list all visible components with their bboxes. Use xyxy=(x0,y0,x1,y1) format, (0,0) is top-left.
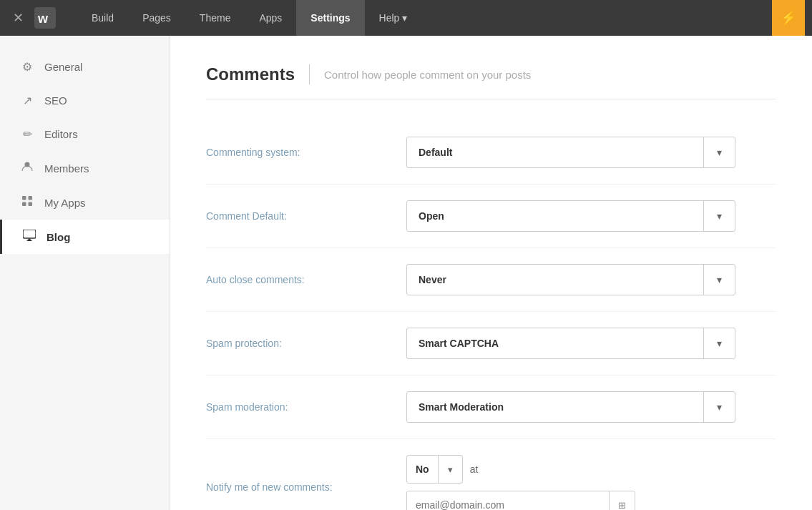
form-row-commenting-system: Commenting system: Default ▾ xyxy=(206,121,776,185)
notify-at-label: at xyxy=(470,464,479,475)
control-autoclose: Never ▾ xyxy=(406,264,776,295)
svg-rect-6 xyxy=(29,202,33,207)
nav-apps[interactable]: Apps xyxy=(245,0,296,36)
control-commenting-system: Default ▾ xyxy=(406,137,776,168)
dropdown-value-spam-moderation: Smart Moderation xyxy=(407,401,703,413)
seo-icon: ↗ xyxy=(20,94,34,107)
control-spam-protection: Smart CAPTCHA ▾ xyxy=(406,328,776,359)
page-header: Comments Control how people comment on y… xyxy=(206,64,776,99)
sidebar-item-editors[interactable]: ✏ Editors xyxy=(0,117,170,151)
chevron-down-icon-2: ▾ xyxy=(703,200,735,232)
sidebar-label-seo: SEO xyxy=(44,94,67,107)
nav-settings[interactable]: Settings xyxy=(296,0,364,36)
gear-icon: ⚙ xyxy=(20,60,34,74)
chevron-down-icon-6: ▾ xyxy=(438,455,462,484)
svg-rect-5 xyxy=(22,202,26,207)
logo: w xyxy=(34,7,56,29)
page-subtitle: Control how people comment on your posts xyxy=(324,69,531,81)
chevron-down-icon-3: ▾ xyxy=(703,264,735,295)
svg-text:w: w xyxy=(37,11,49,26)
sidebar-label-general: General xyxy=(44,61,82,73)
main-layout: ⚙ General ↗ SEO ✏ Editors Members My App… xyxy=(0,36,812,510)
dropdown-value-autoclose: Never xyxy=(407,274,703,285)
nav-items: Build Pages Theme Apps Settings Help ▾ xyxy=(77,0,772,36)
dropdown-comment-default[interactable]: Open ▾ xyxy=(406,200,735,232)
sidebar-label-editors: Editors xyxy=(44,128,78,140)
page-title: Comments xyxy=(206,64,295,84)
label-comment-default: Comment Default: xyxy=(206,210,406,222)
control-notify: No ▾ at ⊞ xyxy=(406,455,776,510)
blog-icon xyxy=(22,230,36,244)
notify-top: No ▾ at xyxy=(406,455,776,484)
sidebar-item-members[interactable]: Members xyxy=(0,151,170,185)
sidebar-item-general[interactable]: ⚙ General xyxy=(0,50,170,84)
sidebar-item-blog[interactable]: Blog xyxy=(0,220,170,254)
notify-dropdown-value: No xyxy=(407,464,438,475)
control-comment-default: Open ▾ xyxy=(406,200,776,232)
chevron-down-icon: ▾ xyxy=(703,137,735,168)
dropdown-spam-protection[interactable]: Smart CAPTCHA ▾ xyxy=(406,328,735,359)
dropdown-commenting-system[interactable]: Default ▾ xyxy=(406,137,735,168)
chevron-down-icon-4: ▾ xyxy=(703,328,735,359)
label-notify: Notify me of new comments: xyxy=(206,481,406,493)
dropdown-spam-moderation[interactable]: Smart Moderation ▾ xyxy=(406,391,735,423)
top-navigation: ✕ w Build Pages Theme Apps Settings Help… xyxy=(0,0,812,36)
email-icon: ⊞ xyxy=(609,491,635,510)
dropdown-value-commenting-system: Default xyxy=(407,147,703,158)
chevron-down-icon-5: ▾ xyxy=(703,391,735,423)
dropdown-value-spam-protection: Smart CAPTCHA xyxy=(407,338,703,349)
sidebar-item-seo[interactable]: ↗ SEO xyxy=(0,84,170,117)
email-field[interactable] xyxy=(407,499,609,510)
apps-icon xyxy=(20,195,34,210)
dropdown-autoclose[interactable]: Never ▾ xyxy=(406,264,735,295)
nav-help[interactable]: Help ▾ xyxy=(365,0,422,36)
form-row-spam-protection: Spam protection: Smart CAPTCHA ▾ xyxy=(206,312,776,376)
sidebar-label-myapps: My Apps xyxy=(44,197,86,209)
sidebar-item-myapps[interactable]: My Apps xyxy=(0,185,170,220)
members-icon xyxy=(20,161,34,175)
header-divider xyxy=(309,64,310,84)
email-input-container: ⊞ xyxy=(406,491,635,510)
form-row-notify: Notify me of new comments: No ▾ at ⊞ xyxy=(206,439,776,510)
nav-pages[interactable]: Pages xyxy=(128,0,185,36)
label-spam-protection: Spam protection: xyxy=(206,338,406,349)
nav-build[interactable]: Build xyxy=(77,0,128,36)
dropdown-notify[interactable]: No ▾ xyxy=(406,455,463,484)
label-autoclose: Auto close comments: xyxy=(206,274,406,285)
dropdown-value-comment-default: Open xyxy=(407,210,703,222)
form-row-comment-default: Comment Default: Open ▾ xyxy=(206,185,776,248)
sidebar: ⚙ General ↗ SEO ✏ Editors Members My App… xyxy=(0,36,170,510)
label-commenting-system: Commenting system: xyxy=(206,147,406,158)
svg-rect-3 xyxy=(22,196,26,200)
close-button[interactable]: ✕ xyxy=(7,10,29,26)
svg-rect-4 xyxy=(29,196,33,200)
form-row-autoclose: Auto close comments: Never ▾ xyxy=(206,248,776,312)
main-content: Comments Control how people comment on y… xyxy=(170,36,812,510)
form-row-spam-moderation: Spam moderation: Smart Moderation ▾ xyxy=(206,376,776,439)
label-spam-moderation: Spam moderation: xyxy=(206,401,406,413)
control-spam-moderation: Smart Moderation ▾ xyxy=(406,391,776,423)
sidebar-label-blog: Blog xyxy=(47,231,70,243)
upgrade-button[interactable]: ⚡ xyxy=(772,0,805,36)
nav-theme[interactable]: Theme xyxy=(185,0,245,36)
notify-container: No ▾ at ⊞ xyxy=(406,455,776,510)
edit-icon: ✏ xyxy=(20,127,34,141)
svg-rect-7 xyxy=(23,230,36,238)
sidebar-label-members: Members xyxy=(44,162,89,175)
